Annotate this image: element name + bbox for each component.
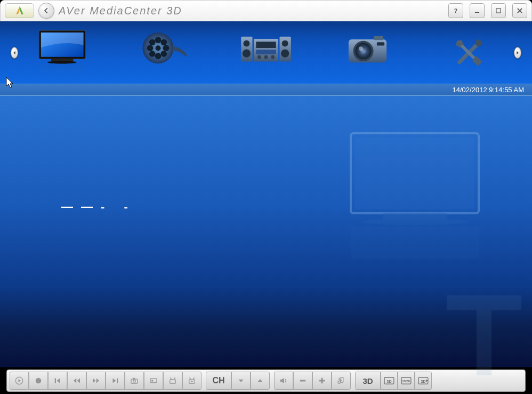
svg-point-47 — [36, 378, 42, 384]
three-d-mode3-button[interactable]: 3D — [415, 372, 432, 390]
logo-button[interactable] — [5, 3, 34, 18]
record-button[interactable] — [29, 372, 48, 390]
playback-group — [10, 372, 201, 390]
title-bar: AVer MediaCenter 3D ? — [0, 0, 532, 21]
svg-point-15 — [161, 51, 167, 57]
svg-point-23 — [281, 50, 289, 58]
svg-point-16 — [161, 39, 167, 46]
svg-point-29 — [271, 55, 275, 59]
back-button[interactable] — [38, 3, 54, 19]
speaker-icon — [279, 376, 288, 385]
3d-rect2-icon: 2D/3D — [400, 376, 412, 385]
svg-rect-43 — [351, 227, 479, 259]
film-reel-icon — [138, 30, 191, 75]
tv-icon — [34, 27, 93, 78]
navigation-strip — [0, 21, 532, 84]
svg-rect-49 — [117, 379, 118, 383]
svg-rect-55 — [170, 380, 176, 384]
skip-back-icon — [53, 376, 62, 385]
stereo-icon — [237, 30, 295, 75]
svg-point-12 — [147, 45, 154, 51]
svg-rect-1 — [475, 12, 479, 13]
svg-point-33 — [355, 43, 371, 59]
svg-rect-25 — [256, 42, 276, 48]
svg-rect-7 — [39, 65, 85, 77]
svg-point-28 — [264, 55, 268, 59]
svg-rect-26 — [256, 50, 276, 54]
skip-forward-button[interactable] — [106, 372, 125, 390]
snapshot-button[interactable] — [125, 372, 144, 390]
snapshot-icon — [130, 376, 139, 385]
tv-preview-icon — [187, 376, 197, 385]
svg-rect-45 — [477, 295, 491, 375]
three-d-group: 3D 3D 2D/3D 3D — [355, 372, 432, 390]
volume-down-button[interactable] — [293, 372, 312, 390]
mouse-cursor-icon — [6, 77, 15, 89]
nav-item-settings[interactable] — [439, 26, 498, 79]
tv-antenna-icon — [168, 376, 178, 385]
svg-rect-54 — [151, 380, 153, 382]
three-d-mode1-button[interactable]: 3D — [381, 372, 398, 390]
tv-letter-icon — [447, 295, 521, 375]
svg-text:?: ? — [454, 7, 457, 14]
svg-point-14 — [149, 39, 156, 46]
svg-rect-31 — [374, 36, 383, 40]
help-button[interactable]: ? — [448, 3, 463, 18]
close-button[interactable] — [512, 3, 527, 18]
mute-button[interactable] — [274, 372, 293, 390]
channel-group: CH — [206, 372, 270, 390]
3d-rect1-icon: 3D — [383, 376, 395, 385]
ch-label: CH — [212, 376, 224, 385]
tools-icon — [446, 31, 491, 74]
nav-item-video[interactable] — [135, 26, 194, 79]
content-area: ——- - — [0, 96, 532, 367]
svg-rect-40 — [355, 138, 474, 209]
aver-logo-icon — [14, 5, 25, 16]
rewind-button[interactable] — [67, 372, 86, 390]
nav-item-music[interactable] — [237, 26, 295, 79]
forward-button[interactable] — [86, 372, 106, 390]
volume-up-button[interactable] — [312, 372, 332, 390]
nav-next-button[interactable] — [514, 47, 521, 59]
nav-prev-button[interactable] — [11, 47, 18, 59]
svg-point-22 — [282, 41, 288, 47]
back-arrow-icon — [43, 7, 50, 14]
nav-item-pictures[interactable] — [338, 26, 397, 79]
svg-point-19 — [244, 41, 250, 47]
svg-rect-35 — [376, 42, 384, 45]
maximize-button[interactable] — [491, 3, 506, 18]
play-icon — [14, 376, 24, 385]
timestamp-label: 14/02/2012 9:14:55 AM — [453, 86, 524, 94]
tv-preview-button[interactable] — [182, 372, 201, 390]
aspect-button[interactable] — [144, 372, 163, 390]
channel-list-button[interactable]: CH — [206, 372, 231, 390]
tv-ghost-icon — [345, 128, 484, 261]
nav-item-tv[interactable] — [34, 26, 93, 79]
tv-mode-button[interactable] — [163, 372, 182, 390]
svg-point-42 — [361, 219, 468, 225]
svg-point-34 — [358, 46, 362, 51]
svg-rect-59 — [321, 378, 323, 384]
svg-text:3D: 3D — [421, 380, 425, 384]
minimize-button[interactable] — [470, 3, 485, 18]
three-d-mode2-button[interactable]: 2D/3D — [398, 372, 415, 390]
svg-rect-2 — [496, 9, 501, 13]
three-d-button[interactable]: 3D — [355, 372, 381, 390]
svg-text:2D/3D: 2D/3D — [402, 380, 410, 383]
svg-rect-48 — [55, 379, 56, 383]
minus-icon — [298, 376, 308, 385]
channel-down-button[interactable] — [231, 372, 251, 390]
channel-up-button[interactable] — [251, 372, 270, 390]
svg-rect-52 — [133, 378, 135, 380]
3d-label: 3D — [362, 376, 373, 385]
chevron-left-icon — [12, 50, 17, 55]
skip-forward-icon — [110, 376, 120, 385]
svg-point-20 — [243, 50, 251, 58]
play-button[interactable] — [10, 372, 29, 390]
music-note-icon — [336, 376, 346, 385]
audio-track-button[interactable] — [332, 372, 351, 390]
svg-point-13 — [163, 45, 170, 51]
skip-back-button[interactable] — [48, 372, 67, 390]
help-icon: ? — [452, 7, 460, 14]
content-dashes: ——- - — [61, 200, 136, 214]
